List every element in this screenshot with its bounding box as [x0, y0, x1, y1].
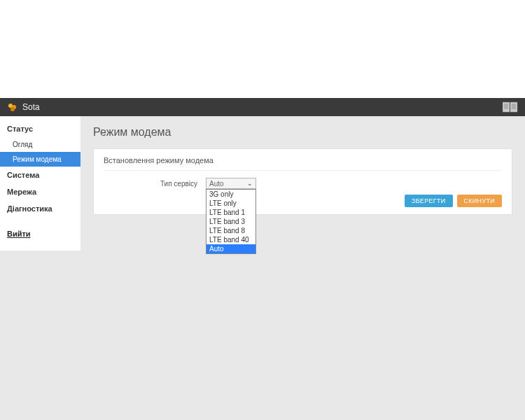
top-blank-area: [0, 0, 525, 98]
service-type-dropdown: 3G only LTE only LTE band 1 LTE band 3 L…: [206, 189, 256, 254]
panel-heading: Встановлення режиму модема: [104, 156, 502, 171]
option-auto[interactable]: Auto: [206, 244, 255, 253]
sidebar-logout[interactable]: Вийти: [0, 223, 80, 242]
header-bar: Sota: [0, 98, 525, 116]
service-type-select[interactable]: Auto ⌄: [206, 178, 256, 189]
save-button[interactable]: ЗБЕРЕГТИ: [405, 195, 453, 207]
language-icon[interactable]: [503, 102, 518, 113]
sidebar: Статус Огляд Режим модема Система Мережа…: [0, 116, 80, 251]
reset-button[interactable]: СКИНУТИ: [457, 195, 503, 207]
chevron-down-icon: ⌄: [247, 180, 253, 187]
service-type-label: Тип сервісу: [104, 180, 202, 188]
brand-icon: [7, 102, 18, 113]
option-lte-band-40[interactable]: LTE band 40: [206, 235, 255, 244]
brand-name: Sota: [22, 102, 40, 112]
option-lte-band-8[interactable]: LTE band 8: [206, 226, 255, 235]
page-title: Режим модема: [93, 126, 512, 139]
service-type-value: Auto: [209, 180, 224, 188]
sidebar-item-system[interactable]: Система: [0, 167, 80, 183]
main-content: Режим модема Встановлення режиму модема …: [80, 116, 525, 225]
settings-panel: Встановлення режиму модема Тип сервісу A…: [93, 148, 512, 215]
sidebar-item-modem-mode[interactable]: Режим модема: [0, 152, 80, 167]
brand: Sota: [7, 102, 40, 113]
sidebar-item-overview[interactable]: Огляд: [0, 137, 80, 152]
svg-point-2: [10, 107, 15, 111]
option-lte-only[interactable]: LTE only: [206, 199, 255, 208]
option-lte-band-3[interactable]: LTE band 3: [206, 217, 255, 226]
option-3g-only[interactable]: 3G only: [206, 190, 255, 199]
sidebar-item-network[interactable]: Мережа: [0, 183, 80, 200]
service-type-row: Тип сервісу Auto ⌄ 3G only LTE only LTE …: [104, 178, 502, 189]
panel-actions: ЗБЕРЕГТИ СКИНУТИ: [104, 195, 502, 207]
sidebar-item-diagnostics[interactable]: Діагностика: [0, 200, 80, 217]
option-lte-band-1[interactable]: LTE band 1: [206, 208, 255, 217]
sidebar-item-status[interactable]: Статус: [0, 120, 80, 137]
